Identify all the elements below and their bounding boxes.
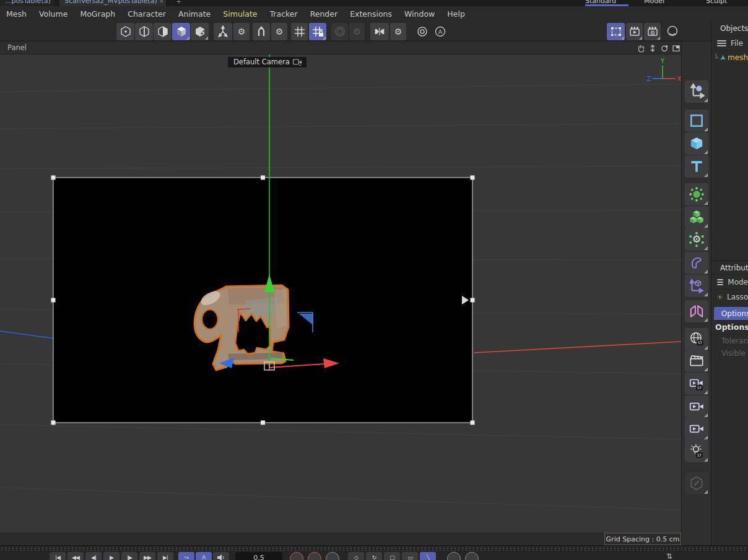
keyframe-selection-button[interactable] [326,552,339,560]
render-settings-icon: ⚙ [646,25,659,38]
menu-window[interactable]: Window [398,9,441,19]
menu-character[interactable]: Character [121,9,172,19]
axis-settings-button[interactable]: ⚙ [233,23,250,40]
go-to-start-button[interactable]: |◀ [50,552,66,560]
camera-menu-icon[interactable] [293,59,302,66]
edges-mode-icon [138,25,150,38]
timeline-extra-button-1[interactable] [447,552,461,560]
texture-mode-button[interactable] [191,23,209,40]
tool-rectangle-spline[interactable] [685,110,708,132]
tool-environment[interactable]: ST [685,328,708,350]
tab-options[interactable]: Options [714,307,748,320]
close-icon[interactable]: × [159,0,164,4]
key-scale-button[interactable]: ▢ [384,552,400,560]
panel-menu[interactable]: Panel [0,43,27,52]
vertical-scroll-icon[interactable]: ⇅ [666,552,672,560]
maximize-view-button[interactable] [671,43,681,53]
tool-camera[interactable] [685,395,708,418]
tool-null-generator[interactable] [685,183,708,205]
svg-text:ST: ST [697,386,702,390]
viewport-solo-button[interactable] [414,23,430,40]
layout-tab-standard[interactable]: Standard [585,0,628,6]
go-to-end-button[interactable]: ▶| [157,552,173,560]
tool-text-spline[interactable] [685,155,708,178]
tool-camera-st[interactable]: ST [685,373,708,395]
camera-label[interactable]: Default Camera [228,57,307,67]
active-tool-row[interactable]: Lasso [711,290,748,304]
camera-icon [689,421,705,437]
points-mode-icon [120,25,132,38]
timeline-extra-button-2[interactable] [465,552,479,560]
tool-cube-primitive[interactable] [685,132,708,155]
file-tab-active[interactable]: ScanVersa2_MVposTable(a)× [59,0,166,6]
attributes-mode-menu[interactable]: Mode [711,275,748,290]
tool-stage[interactable] [685,350,708,372]
render-view-button[interactable] [626,23,643,40]
axis-tool-button[interactable] [214,23,232,40]
key-position-button[interactable]: ◇ [348,552,364,560]
previous-frame-button[interactable]: ◀| [85,552,102,560]
menu-help[interactable]: Help [441,9,471,19]
annotation-button[interactable]: A [432,23,448,40]
tool-effector[interactable]: ⚙ [685,228,708,251]
play-button[interactable]: ▶ [103,552,120,560]
model-mode-button[interactable] [172,23,190,40]
grid-button[interactable] [291,23,308,40]
tool-camera-2[interactable] [685,418,708,440]
tool-move[interactable] [685,80,708,103]
current-frame-field[interactable]: 0.5 [235,552,282,560]
file-tab-inactive[interactable]: ...posTable(a) [0,0,54,6]
sound-button[interactable] [213,552,229,560]
symmetry-settings-button[interactable]: ⚙ [390,23,406,40]
menu-simulate[interactable]: Simulate [217,9,263,19]
key-rotation-button[interactable]: ↻ [366,552,382,560]
menu-mesh[interactable]: Mesh [0,9,33,19]
tool-light[interactable]: ST [685,440,708,462]
menu-animate[interactable]: Animate [172,9,217,19]
marquee-select-button[interactable] [607,23,625,40]
vertical-arrows-icon [648,44,657,53]
active-tool-label: Lasso [727,293,748,301]
globe-st-icon: ST [689,331,705,347]
tool-deformer[interactable] [685,252,708,274]
polygons-mode-button[interactable] [154,23,172,40]
menu-extensions[interactable]: Extensions [344,9,398,19]
object-tree-item-mesh[interactable]: └ mesh [711,51,748,64]
new-tab-button[interactable]: + [176,0,181,6]
menu-render[interactable]: Render [304,9,344,19]
previous-key-button[interactable]: ◀◀ [67,552,84,560]
3d-viewport[interactable]: Y Z X Default Camera Grid Spacing : 0.5 … [0,54,681,545]
next-frame-button[interactable]: |▶ [121,552,137,560]
lasso-tool-icon [717,292,723,302]
layout-tab-model[interactable]: Model [644,0,670,6]
rotate-view-button[interactable] [659,43,669,53]
material-button[interactable] [664,23,681,40]
snap-button[interactable] [253,23,270,40]
symmetry-button[interactable] [370,23,389,40]
snap-settings-button[interactable]: ⚙ [271,23,287,40]
record-keyframe-button[interactable] [290,552,303,560]
menu-tracker[interactable]: Tracker [264,9,304,19]
zoom-view-button[interactable] [647,43,658,53]
tool-array[interactable] [685,206,708,228]
pan-view-button[interactable] [635,43,646,53]
autokeying-button[interactable] [308,552,321,560]
autokey-button[interactable]: A [196,552,212,560]
menu-mograph[interactable]: MoGraph [74,9,121,19]
quantize-grid-button[interactable] [309,23,326,40]
tool-symmetry[interactable] [685,300,708,322]
loop-playback-button[interactable]: ↪ [178,552,194,560]
menu-volume[interactable]: Volume [33,9,74,19]
key-pla-button[interactable]: ╲ [420,552,436,560]
options-section-header[interactable]: Options [711,320,748,335]
key-parameter-button[interactable]: ▭ [402,552,418,560]
objects-file-menu[interactable]: File [711,36,748,51]
viewport-canvas[interactable]: Y Z X [0,54,681,545]
tool-field[interactable] [685,275,708,297]
points-mode-button[interactable] [116,23,134,40]
render-settings-button[interactable]: ⚙ [644,23,661,40]
edges-mode-button[interactable] [135,23,153,40]
next-key-button[interactable]: ▶▶ [139,552,155,560]
polygons-mode-icon [157,25,169,38]
layout-tab-sculpt[interactable]: Sculpt [706,0,732,6]
